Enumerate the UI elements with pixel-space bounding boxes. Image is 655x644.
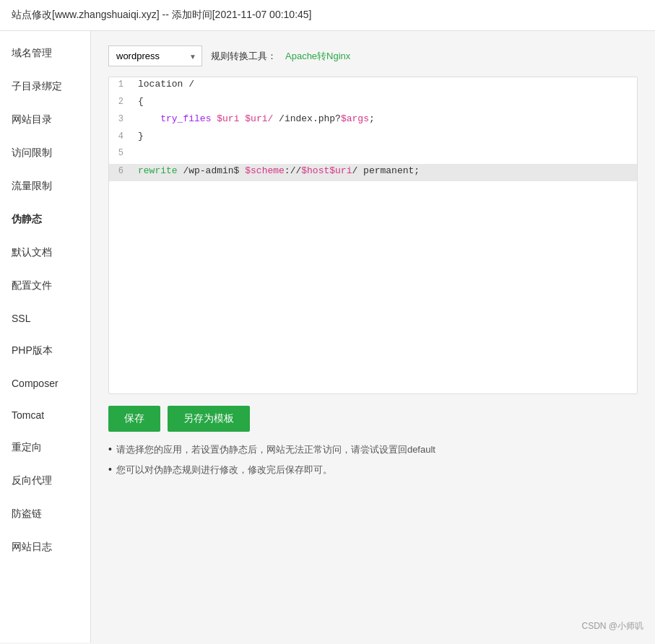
tip-item: •请选择您的应用，若设置伪静态后，网站无法正常访问，请尝试设置回default — [108, 443, 638, 456]
line-number: 1 — [109, 78, 132, 92]
line-number: 4 — [109, 130, 132, 144]
code-line: 5 — [109, 147, 637, 164]
sidebar: 域名管理子目录绑定网站目录访问限制流量限制伪静态默认文档配置文件SSLPHP版本… — [0, 31, 91, 643]
code-line: 1location / — [109, 77, 637, 95]
code-line: 2{ — [109, 95, 637, 112]
sidebar-item-默认文档[interactable]: 默认文档 — [0, 236, 90, 269]
code-editor[interactable]: 1location /2{3 try_files $uri $uri/ /ind… — [108, 77, 638, 394]
line-content: rewrite /wp-admin$ $scheme://$host$uri/ … — [132, 164, 637, 179]
line-content: } — [132, 129, 637, 144]
sidebar-item-防盗链[interactable]: 防盗链 — [0, 497, 90, 531]
sidebar-item-SSL[interactable]: SSL — [0, 303, 90, 334]
button-row: 保存 另存为模板 — [108, 406, 638, 432]
tip-text: 您可以对伪静态规则进行修改，修改完后保存即可。 — [116, 464, 332, 477]
sidebar-item-Composer[interactable]: Composer — [0, 367, 90, 399]
main-layout: 域名管理子目录绑定网站目录访问限制流量限制伪静态默认文档配置文件SSLPHP版本… — [0, 31, 655, 643]
line-content: location / — [132, 77, 637, 92]
save-template-button[interactable]: 另存为模板 — [168, 406, 250, 432]
convert-link[interactable]: Apache转Nginx — [285, 50, 350, 63]
tip-item: •您可以对伪静态规则进行修改，修改完后保存即可。 — [108, 464, 638, 477]
footer-credit: CSDN @小师叽 — [581, 620, 643, 632]
bullet-icon: • — [108, 464, 112, 475]
line-number: 5 — [109, 147, 132, 160]
preset-select[interactable]: wordpresstypechodiscuzdedecmsdefault — [108, 45, 202, 66]
sidebar-item-反向代理[interactable]: 反向代理 — [0, 464, 90, 497]
line-number: 6 — [109, 165, 132, 178]
code-line: 6rewrite /wp-admin$ $scheme://$host$uri/… — [109, 164, 637, 181]
top-bar: wordpresstypechodiscuzdedecmsdefault ▼ 规… — [108, 45, 638, 66]
sidebar-item-网站目录[interactable]: 网站目录 — [0, 103, 90, 136]
code-line: 4} — [109, 129, 637, 147]
sidebar-item-访问限制[interactable]: 访问限制 — [0, 136, 90, 170]
sidebar-item-网站日志[interactable]: 网站日志 — [0, 531, 90, 564]
sidebar-item-伪静态[interactable]: 伪静态 — [0, 203, 90, 236]
sidebar-item-Tomcat[interactable]: Tomcat — [0, 399, 90, 431]
page-header: 站点修改[www.zhangshuaiqi.xyz] -- 添加时间[2021-… — [0, 0, 655, 31]
sidebar-item-流量限制[interactable]: 流量限制 — [0, 170, 90, 203]
sidebar-item-域名管理[interactable]: 域名管理 — [0, 37, 90, 70]
main-content: wordpresstypechodiscuzdedecmsdefault ▼ 规… — [91, 31, 655, 643]
sidebar-item-重定向[interactable]: 重定向 — [0, 431, 90, 464]
line-content: try_files $uri $uri/ /index.php?$args; — [132, 112, 637, 127]
convert-label: 规则转换工具： — [211, 50, 277, 63]
line-content: { — [132, 95, 637, 110]
page-title: 站点修改[www.zhangshuaiqi.xyz] -- 添加时间[2021-… — [12, 9, 312, 20]
sidebar-item-配置文件[interactable]: 配置文件 — [0, 269, 90, 303]
tip-text: 请选择您的应用，若设置伪静态后，网站无法正常访问，请尝试设置回default — [116, 443, 435, 456]
bullet-icon: • — [108, 443, 112, 455]
save-button[interactable]: 保存 — [108, 406, 160, 432]
sidebar-item-子目录绑定[interactable]: 子目录绑定 — [0, 70, 90, 103]
line-number: 3 — [109, 113, 132, 126]
code-lines: 1location /2{3 try_files $uri $uri/ /ind… — [109, 77, 637, 181]
preset-select-wrapper: wordpresstypechodiscuzdedecmsdefault ▼ — [108, 45, 202, 66]
line-number: 2 — [109, 95, 132, 109]
code-line: 3 try_files $uri $uri/ /index.php?$args; — [109, 112, 637, 129]
tips-section: •请选择您的应用，若设置伪静态后，网站无法正常访问，请尝试设置回default•… — [108, 443, 638, 477]
sidebar-item-PHP版本[interactable]: PHP版本 — [0, 334, 90, 367]
